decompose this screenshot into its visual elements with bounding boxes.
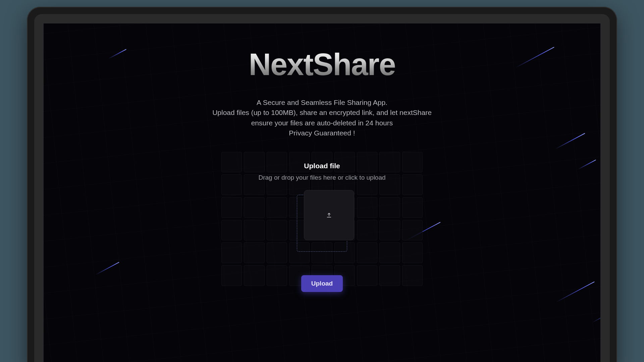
tagline: A Secure and Seamless File Sharing App. … bbox=[208, 98, 436, 138]
app-title: NextShare bbox=[249, 47, 395, 82]
device-bezel: NextShare A Secure and Seamless File Sha… bbox=[34, 14, 610, 362]
upload-area: Upload file Drag or drop your files here… bbox=[258, 162, 385, 292]
upload-heading: Upload file bbox=[304, 162, 340, 170]
upload-icon bbox=[326, 212, 332, 218]
tagline-line: Privacy Guaranteed ! bbox=[208, 128, 436, 138]
main-content: NextShare A Secure and Seamless File Sha… bbox=[44, 23, 600, 292]
upload-subheading: Drag or drop your files here or click to… bbox=[258, 174, 385, 181]
app-screen: NextShare A Secure and Seamless File Sha… bbox=[44, 23, 600, 362]
tagline-line: A Secure and Seamless File Sharing App. bbox=[208, 98, 436, 108]
upload-button[interactable]: Upload bbox=[301, 275, 343, 292]
device-frame: NextShare A Secure and Seamless File Sha… bbox=[27, 7, 617, 362]
tagline-line: Upload files (up to 100MB), share an enc… bbox=[208, 108, 436, 128]
dropzone-card[interactable] bbox=[304, 190, 354, 240]
file-dropzone[interactable] bbox=[297, 195, 347, 252]
